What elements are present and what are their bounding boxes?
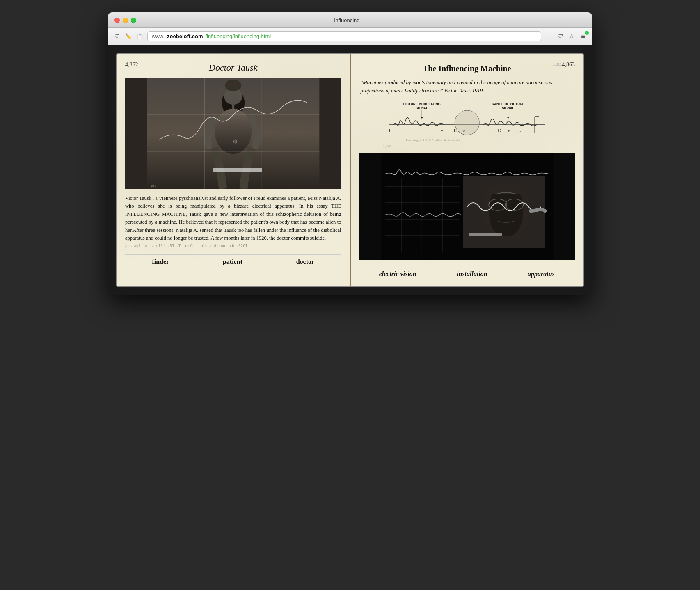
patient-link[interactable]: patient <box>223 258 242 265</box>
url-protocol: www. <box>152 33 165 39</box>
installation-link[interactable]: installation <box>457 270 487 278</box>
svg-text:F: F <box>440 128 443 133</box>
svg-text:SIGNAL: SIGNAL <box>416 106 428 110</box>
shield-icon[interactable]: 🛡 <box>113 32 121 41</box>
bookmark-list-icon[interactable]: 📋 <box>136 32 144 41</box>
svg-point-15 <box>233 140 237 143</box>
right-page-number: 4,863 <box>562 62 575 68</box>
bookmark-icon[interactable]: ☆ <box>567 32 576 41</box>
svg-marker-22 <box>421 117 423 119</box>
svg-text:PICTURE MODULATING: PICTURE MODULATING <box>403 102 440 106</box>
svg-point-7 <box>233 82 240 87</box>
svg-text:H: H <box>508 129 511 133</box>
browser-content: 4,862 Doctor Tausk <box>108 45 592 295</box>
svg-point-26 <box>455 110 479 135</box>
svg-text:SIGNAL: SIGNAL <box>502 106 514 110</box>
electric-vision-link[interactable]: electric vision <box>379 270 416 278</box>
url-domain: zoebeloff.com <box>167 33 203 39</box>
right-page-number-faint: 3,865 <box>552 62 563 66</box>
left-page-header: Doctor Tausk <box>125 62 341 73</box>
url-path: /influencing/influencing.html <box>205 33 271 39</box>
svg-text:C: C <box>498 128 501 133</box>
right-quote-text: "Machines produced by man's ingenuity an… <box>359 78 575 94</box>
address-bar[interactable]: www.zoebeloff.com/influencing/influencin… <box>147 31 541 41</box>
right-oscilloscope-image <box>359 153 575 260</box>
doctor-link[interactable]: doctor <box>296 258 314 265</box>
right-page-header: The Influencing Machine <box>359 64 575 73</box>
left-body-text: Victor Tausk , a Viennese pyschoanalyst … <box>125 194 341 242</box>
svg-rect-49 <box>469 233 502 236</box>
right-footer-nav: electric vision installation apparatus <box>359 267 575 278</box>
left-page: 4,862 Doctor Tausk <box>117 54 351 286</box>
pocket-icon[interactable]: 🛡 <box>556 32 564 41</box>
svg-marker-24 <box>507 117 509 119</box>
svg-text:L: L <box>479 128 482 133</box>
svg-text:B: B <box>454 128 457 133</box>
edit-icon[interactable]: ✏️ <box>124 32 133 41</box>
svg-rect-14 <box>213 168 262 172</box>
svg-text:RANGE OF PICTURE: RANGE OF PICTURE <box>492 102 524 106</box>
svg-text:pic: pic <box>151 184 156 188</box>
more-options-icon[interactable]: ··· <box>544 32 553 41</box>
toolbar-actions: ··· 🛡 ☆ ≡ ↑ <box>544 32 587 41</box>
svg-text:A: A <box>463 129 465 133</box>
browser-toolbar: 🛡 ✏️ 📋 www.zoebeloff.com/influencing/inf… <box>108 28 592 45</box>
finder-link[interactable]: finder <box>152 258 169 265</box>
svg-point-6 <box>226 82 232 87</box>
left-stamp-text: postaqlı no zrelli—.S5-.T .orfi — plb zi… <box>125 244 341 248</box>
svg-text:A: A <box>518 129 521 133</box>
svg-text:3,865: 3,865 <box>383 145 391 148</box>
page-title: influencing <box>108 17 586 23</box>
left-page-number: 4,862 <box>125 62 138 68</box>
signal-diagram: PICTURE MODULATING SIGNAL RANGE OF PICTU… <box>359 100 575 149</box>
book-container: 4,862 Doctor Tausk <box>116 53 584 287</box>
apparatus-link[interactable]: apparatus <box>528 270 555 278</box>
browser-titlebar: influencing <box>108 12 592 28</box>
svg-text:L: L <box>533 128 535 133</box>
menu-icon[interactable]: ≡ ↑ <box>579 32 587 41</box>
left-footer-nav: finder patient doctor <box>125 254 341 265</box>
right-page: 3,865 4,863 The Influencing Machine "Mac… <box>351 54 583 286</box>
svg-text:Jean enlogy s el -913-.T .orfi: Jean enlogy s el -913-.T .orfi — nb s ts… <box>405 139 461 142</box>
svg-point-9 <box>215 109 252 154</box>
left-image: pic <box>125 78 341 189</box>
svg-text:L: L <box>414 128 416 133</box>
svg-text:L: L <box>389 128 391 133</box>
browser-window: influencing 🛡 ✏️ 📋 www.zoebeloff.com/inf… <box>108 12 592 295</box>
